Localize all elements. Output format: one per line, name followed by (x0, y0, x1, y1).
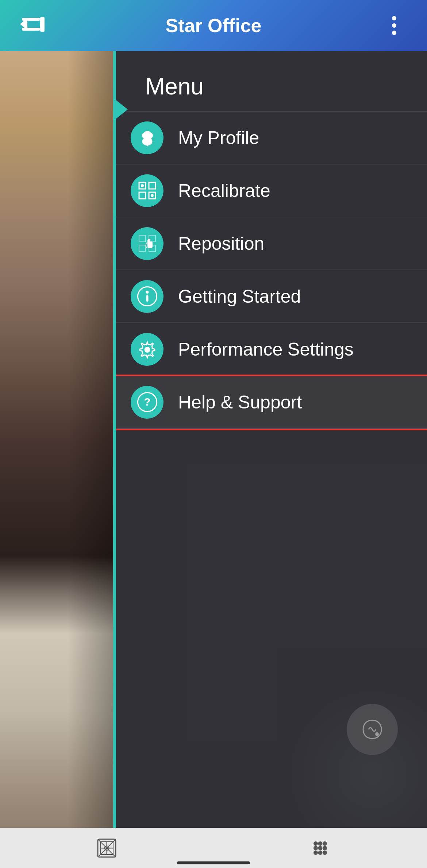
dot-1 (392, 16, 396, 20)
camera-background (0, 51, 113, 828)
reposition-label: Reposition (178, 233, 264, 254)
svg-rect-10 (149, 182, 155, 189)
back-icon (20, 14, 46, 37)
menu-panel: Menu My Profile (116, 51, 427, 828)
menu-item-reposition[interactable]: Reposition (116, 217, 427, 270)
help-icon: ? (137, 392, 157, 412)
svg-point-41 (323, 850, 327, 855)
svg-rect-15 (139, 235, 146, 242)
profile-icon (137, 128, 157, 148)
menu-item-help-support[interactable]: ? Help & Support (116, 376, 427, 429)
menu-item-recalibrate[interactable]: Recalibrate (116, 164, 427, 217)
bottom-nav-gallery[interactable] (85, 833, 129, 863)
reposition-icon (137, 233, 157, 253)
svg-point-8 (143, 131, 151, 137)
menu-arrow-icon (116, 95, 128, 124)
menu-item-getting-started[interactable]: Getting Started (116, 270, 427, 323)
svg-rect-3 (40, 17, 45, 32)
svg-point-21 (146, 291, 149, 294)
svg-point-33 (313, 841, 318, 846)
home-indicator (177, 861, 250, 864)
apps-icon (308, 836, 332, 860)
svg-point-14 (151, 194, 154, 197)
svg-point-13 (141, 184, 144, 187)
svg-point-40 (318, 850, 323, 855)
profile-icon-container (131, 121, 164, 154)
recalibrate-icon (137, 181, 157, 201)
menu-list: My Profile Recalibrate (116, 112, 427, 429)
app-title: Star Office (47, 15, 380, 36)
getting-started-label: Getting Started (178, 286, 301, 307)
svg-rect-1 (22, 28, 40, 31)
info-icon (137, 286, 157, 306)
performance-settings-label: Performance Settings (178, 339, 354, 360)
recalibrate-icon-container (131, 174, 164, 207)
teal-separator (113, 51, 116, 828)
settings-icon (137, 339, 157, 359)
more-options-button[interactable] (380, 13, 409, 38)
my-profile-label: My Profile (178, 127, 259, 148)
fab-button[interactable] (347, 704, 398, 755)
svg-rect-11 (139, 192, 146, 199)
svg-point-22 (144, 347, 150, 353)
svg-point-25 (375, 732, 379, 736)
bottom-nav-apps[interactable] (299, 833, 342, 863)
svg-point-34 (318, 841, 323, 846)
bottom-navigation (0, 828, 427, 868)
reposition-icon-container (131, 227, 164, 260)
main-content: Menu My Profile (0, 51, 427, 828)
help-icon-container: ? (131, 386, 164, 419)
svg-point-37 (318, 846, 323, 850)
svg-point-38 (323, 846, 327, 850)
info-icon-container (131, 280, 164, 313)
svg-point-39 (313, 850, 318, 855)
recalibrate-label: Recalibrate (178, 180, 270, 201)
svg-point-36 (313, 846, 318, 850)
app-header: Star Office (0, 0, 427, 51)
menu-header: Menu (116, 51, 427, 112)
dot-2 (392, 23, 396, 28)
gallery-icon (95, 836, 119, 860)
dot-3 (392, 31, 396, 35)
svg-text:?: ? (144, 396, 150, 408)
svg-point-35 (323, 841, 327, 846)
menu-title: Menu (145, 73, 204, 100)
menu-item-my-profile[interactable]: My Profile (116, 112, 427, 164)
help-support-label: Help & Support (178, 392, 302, 413)
fab-icon (359, 717, 385, 742)
svg-rect-20 (146, 295, 148, 302)
back-button[interactable] (18, 13, 47, 38)
menu-item-performance-settings[interactable]: Performance Settings (116, 323, 427, 376)
settings-icon-container (131, 333, 164, 366)
svg-rect-17 (139, 245, 146, 252)
